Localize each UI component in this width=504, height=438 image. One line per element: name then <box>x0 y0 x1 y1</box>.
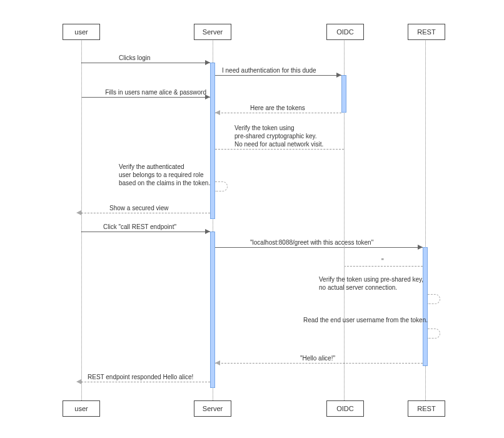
label-secured-view: Show a secured view <box>109 205 169 211</box>
label-fills-in: Fills in users name alice & password <box>97 89 206 96</box>
participant-user-bottom: user <box>63 400 100 417</box>
selfloop-rest-verify <box>428 294 440 304</box>
label-rest-oidc: " <box>381 258 384 265</box>
note-verify-role-l2: user belongs to a required role <box>119 171 204 178</box>
arrow-secured-view <box>81 213 210 213</box>
participant-server-top: Server <box>194 24 231 40</box>
arrowhead-hello <box>215 360 220 365</box>
arrow-rest-oidc <box>344 266 423 267</box>
arrow-click-rest <box>81 232 210 232</box>
note-verify-token-l3: No need for actual network visit. <box>234 141 323 148</box>
note-rest-verify: Verify the token using pre-shared key, n… <box>319 275 423 292</box>
label-hello: "Hello alice!" <box>300 355 335 362</box>
arrowhead-need-auth <box>336 73 341 78</box>
note-rest-verify-l2: no actual server connection. <box>319 284 397 291</box>
arrowhead-click-rest <box>205 229 210 234</box>
participant-oidc-bottom: OIDC <box>326 400 364 417</box>
label-click-rest: Click "call REST endpoint" <box>103 223 176 230</box>
arrowhead-tokens <box>215 110 220 115</box>
note-read-user: Read the end user username from the toke… <box>303 316 428 324</box>
label-tokens: Here are the tokens <box>250 104 305 111</box>
arrow-hello <box>215 363 423 364</box>
note-verify-token: Verify the token using pre-shared crypto… <box>234 124 323 148</box>
lifeline-user <box>81 38 82 400</box>
sequence-diagram: user Server OIDC REST user Server OIDC R… <box>13 13 491 425</box>
arrowhead-clicks-login <box>205 60 210 65</box>
participant-server-bottom: Server <box>194 400 231 417</box>
note-rest-verify-l1: Verify the token using pre-shared key, <box>319 276 423 283</box>
activation-rest-1 <box>423 247 428 366</box>
arrow-clicks-login <box>81 63 210 63</box>
arrowhead-responded <box>76 379 81 384</box>
arrow-tokens <box>215 113 341 113</box>
activation-server-1 <box>210 63 215 219</box>
note-verify-token-l2: pre-shared cryptographic key. <box>234 133 317 140</box>
arrowhead-greet <box>418 245 423 250</box>
arrow-fills-in <box>81 97 210 98</box>
label-need-auth: I need authentication for this dude <box>222 67 316 74</box>
arrow-need-auth <box>215 75 341 76</box>
arrowhead-secured-view <box>76 210 81 215</box>
participant-rest-top: REST <box>408 24 445 40</box>
label-clicks-login: Clicks login <box>119 54 151 61</box>
label-responded: REST endpoint responded Hello alice! <box>88 374 193 380</box>
label-greet: "localhost:8088/greet with this access t… <box>250 239 373 246</box>
selfloop-read-user <box>428 328 440 339</box>
activation-oidc-1 <box>341 75 346 113</box>
note-verify-role-l3: based on the claims in the token. <box>119 180 210 186</box>
note-verify-token-l1: Verify the token using <box>234 125 295 131</box>
arrow-greet <box>215 247 423 248</box>
arrow-responded <box>81 382 210 382</box>
activation-server-2 <box>210 232 215 388</box>
note-verify-role: Verify the authenticated user belongs to… <box>119 163 210 187</box>
arrow-verify-token-oidc <box>215 149 344 150</box>
participant-rest-bottom: REST <box>408 400 445 417</box>
note-verify-role-l1: Verify the authenticated <box>119 163 184 170</box>
participant-oidc-top: OIDC <box>326 24 364 40</box>
selfloop-verify-role <box>215 181 228 191</box>
participant-user-top: user <box>63 24 100 40</box>
